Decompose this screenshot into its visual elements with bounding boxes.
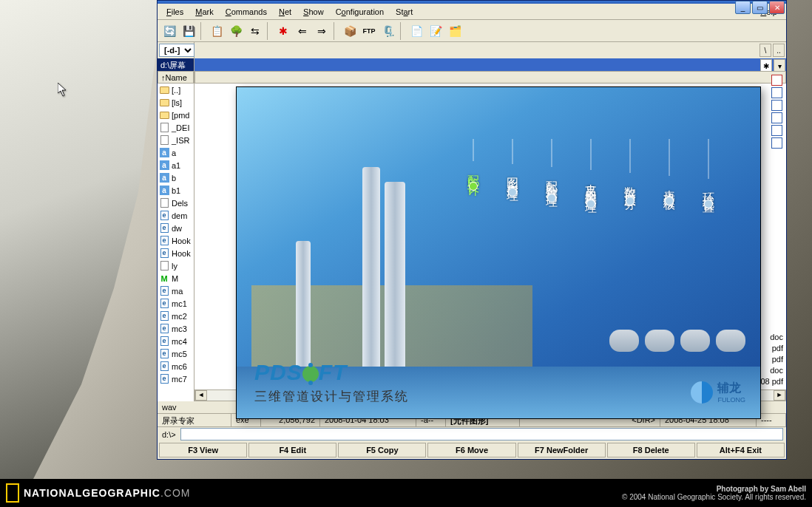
tanks xyxy=(609,330,745,352)
menu-commands[interactable]: Commands xyxy=(220,6,273,18)
scroll-left-icon[interactable]: ◄ xyxy=(195,390,207,401)
right-col-header[interactable]: e xyxy=(194,71,786,84)
file-type-icons xyxy=(771,75,785,149)
right-path[interactable]: ✱ ▾ xyxy=(194,58,786,71)
scroll-right-icon[interactable]: ► xyxy=(774,390,785,401)
left-path[interactable]: d:\屏幕 xyxy=(158,58,194,71)
file-row[interactable]: ma xyxy=(158,285,194,297)
file-row[interactable]: mc2 xyxy=(158,310,194,322)
menu-configuration[interactable]: Configuration xyxy=(330,6,390,18)
up-button[interactable]: .. xyxy=(773,44,785,57)
file-row[interactable]: Hook xyxy=(158,247,194,259)
file-row[interactable]: ab xyxy=(158,171,194,184)
left-file-list[interactable]: [..][ls][pmd_DEI_ISRaaaa1abab1DelsdemdwH… xyxy=(158,84,194,401)
menu-start[interactable]: Start xyxy=(390,6,419,18)
file-row[interactable]: Dels xyxy=(158,197,194,209)
unpack-icon[interactable]: 🗜️ xyxy=(379,22,397,40)
close-button[interactable]: ✕ xyxy=(769,1,785,14)
status-filename: 屏录专家 xyxy=(158,414,231,426)
file-row[interactable]: ab1 xyxy=(158,184,194,197)
forward-icon[interactable]: ⇒ xyxy=(313,22,331,40)
file-row[interactable]: mc1 xyxy=(158,297,194,310)
file-row[interactable]: mc3 xyxy=(158,322,194,335)
edit-icon[interactable]: 📝 xyxy=(427,22,444,40)
back-icon[interactable]: ⇐ xyxy=(294,22,311,40)
html-icon xyxy=(159,211,169,221)
refresh-icon[interactable]: 🔄 xyxy=(160,22,178,40)
pack-icon[interactable]: 📦 xyxy=(341,22,359,40)
menu-show[interactable]: Show xyxy=(297,6,330,18)
pdsoft-splash[interactable]: 配管设计图形库管理配管数据管理支吊架数据管理数据库服务表格模板环境设置 PDSF… xyxy=(236,86,761,419)
natgeo-credit: Photograph by Sam Abell © 2004 National … xyxy=(622,485,806,501)
splash-menu-item[interactable]: 配管设计 xyxy=(465,139,481,191)
toolbar: 🔄 💾 📋 🌳 ⇆ ✱ ⇐ ⇒ 📦 FTP 🗜️ 📄 📝 🗂️ xyxy=(158,20,786,42)
root-button[interactable]: \ xyxy=(759,44,771,57)
maximize-button[interactable]: ▭ xyxy=(752,1,768,14)
splash-menu-item[interactable]: 图形库管理 xyxy=(504,139,520,197)
folder-icon xyxy=(159,85,169,95)
file-row[interactable]: _ISR xyxy=(158,134,194,146)
file-row[interactable]: [pmd xyxy=(158,109,194,121)
menu-dot-icon xyxy=(547,194,556,203)
file-icon xyxy=(159,135,169,146)
function-keys: F3 View F4 Edit F5 Copy F6 Move F7 NewFo… xyxy=(158,441,786,459)
menu-dot-icon xyxy=(469,182,478,191)
minimize-button[interactable]: _ xyxy=(735,1,751,14)
splash-menu-item[interactable]: 支吊架数据管理 xyxy=(583,139,598,208)
file-row[interactable]: aa1 xyxy=(158,159,194,171)
file-row[interactable]: aa xyxy=(158,146,194,159)
drive-select-left[interactable]: [-d-] xyxy=(159,44,194,57)
f7-newfolder[interactable]: F7 NewFolder xyxy=(518,443,606,457)
natgeo-rect-icon xyxy=(6,483,19,503)
html-icon xyxy=(159,299,169,309)
word-icon xyxy=(771,137,782,149)
mouse-cursor xyxy=(58,83,68,98)
command-line: d:\> xyxy=(158,426,786,441)
f6-move[interactable]: F6 Move xyxy=(427,443,515,457)
explorer-icon[interactable]: 🗂️ xyxy=(446,22,464,40)
file-row[interactable]: ly xyxy=(158,259,194,272)
menu-net[interactable]: Net xyxy=(273,6,297,18)
ftp-icon[interactable]: FTP xyxy=(360,22,378,40)
tree-icon[interactable]: 🌳 xyxy=(227,22,245,40)
file-row[interactable]: [ls] xyxy=(158,96,194,109)
save-icon[interactable]: 💾 xyxy=(180,22,197,40)
fulong-logo: 辅龙 FULONG xyxy=(691,381,745,404)
file-row[interactable]: mc4 xyxy=(158,335,194,347)
file-manager-window: _ ▭ ✕ FFilesiles Mark Commands Net Show … xyxy=(157,0,787,460)
notepad-icon[interactable]: 📄 xyxy=(407,22,425,40)
splash-menu-item[interactable]: 环境设置 xyxy=(700,139,716,208)
list-icon[interactable]: 📋 xyxy=(208,22,226,40)
file-row[interactable]: [..] xyxy=(158,84,194,96)
star-icon[interactable]: ✱ xyxy=(274,22,292,40)
file-row[interactable]: mc5 xyxy=(158,347,194,360)
altf4-exit[interactable]: Alt+F4 Exit xyxy=(697,443,785,457)
m-icon: M xyxy=(159,273,169,284)
file-row[interactable]: _DEI xyxy=(158,121,194,134)
f5-copy[interactable]: F5 Copy xyxy=(338,443,426,457)
html-icon xyxy=(159,311,169,321)
splash-menu-item[interactable]: 配管数据管理 xyxy=(544,139,559,203)
splash-menu-item[interactable]: 数据库服务 xyxy=(622,139,637,205)
menu-dot-icon xyxy=(586,200,595,208)
col-name-header[interactable]: ↑Name xyxy=(158,71,194,84)
natgeo-logo: NATIONALGEOGRAPHIC.COM xyxy=(6,483,191,503)
swap-icon[interactable]: ⇆ xyxy=(246,22,264,40)
file-row[interactable]: MM xyxy=(158,272,194,285)
menu-mark[interactable]: Mark xyxy=(189,6,219,18)
file-icon xyxy=(159,261,169,271)
f4-edit[interactable]: F4 Edit xyxy=(248,443,336,457)
file-row[interactable]: dem xyxy=(158,209,194,222)
folder-icon xyxy=(159,98,169,108)
folder-icon xyxy=(159,110,169,120)
file-row[interactable]: mc7 xyxy=(158,372,194,385)
f3-view[interactable]: F3 View xyxy=(159,443,247,457)
file-row[interactable]: mc6 xyxy=(158,360,194,372)
file-icon xyxy=(159,123,169,133)
file-row[interactable]: Hook xyxy=(158,234,194,247)
cmd-input[interactable] xyxy=(180,428,783,440)
f8-delete[interactable]: F8 Delete xyxy=(607,443,695,457)
splash-menu-item[interactable]: 表格模板 xyxy=(661,139,677,205)
file-row[interactable]: dw xyxy=(158,222,194,234)
menu-files[interactable]: FFilesiles xyxy=(160,6,189,18)
